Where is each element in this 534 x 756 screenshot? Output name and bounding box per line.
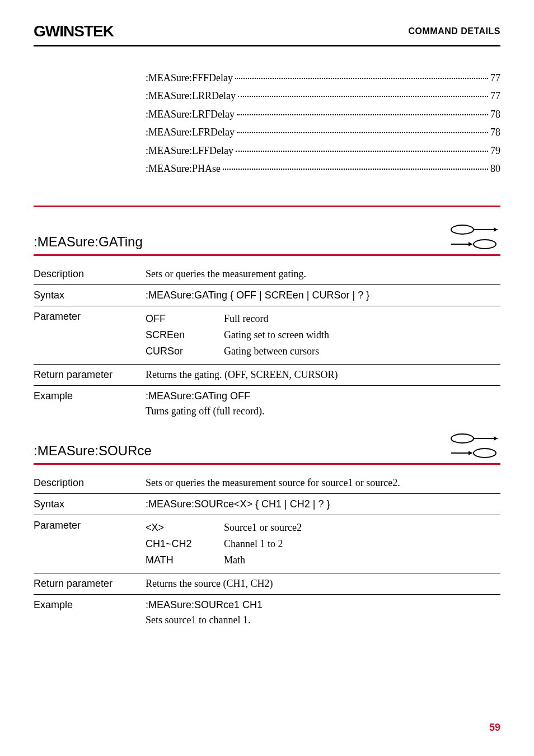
return-parameter-label: Return parameter [34, 369, 146, 381]
header-section-label: COMMAND DETAILS [408, 26, 500, 36]
parameter-value: Math [224, 554, 500, 566]
toc-label: :MEASure:LFFDelay [146, 142, 233, 160]
toc-page: 79 [490, 142, 500, 160]
parameter-key: MATH [146, 554, 224, 566]
description-row: Description Sets or queries the measurem… [34, 473, 500, 494]
syntax-row: Syntax :MEASure:GATing { OFF | SCREen | … [34, 285, 500, 306]
toc-label: :MEASure:LRRDelay [146, 87, 236, 105]
return-parameter-value: Returns the source (CH1, CH2) [146, 578, 500, 590]
toc-dots [238, 96, 488, 97]
parameter-key: SCREen [146, 329, 224, 341]
toc-page: 77 [490, 69, 500, 87]
parameter-value: Source1 or source2 [224, 522, 500, 534]
syntax-label: Syntax [34, 498, 146, 510]
command-type-icons [450, 433, 500, 459]
parameter-value: Full record [224, 313, 500, 325]
toc-page: 78 [490, 105, 500, 123]
set-command-icon [450, 433, 500, 444]
parameter-value: Gating between cursors [224, 346, 500, 357]
toc-dots [236, 151, 488, 152]
toc-item: :MEASure:FFFDelay 77 [146, 69, 500, 87]
parameter-value: Channel 1 to 2 [224, 538, 500, 550]
toc-dots [235, 78, 488, 79]
syntax-row: Syntax :MEASure:SOURce<X> { CH1 | CH2 | … [34, 494, 500, 515]
section-title: :MEASure:SOURce [34, 443, 152, 459]
example-description: Sets source1 to channel 1. [146, 614, 500, 626]
svg-marker-4 [469, 242, 472, 246]
example-row: Example :MEASure:GATing OFF Turns gating… [34, 386, 500, 422]
parameter-table: <X> Source1 or source2 CH1~CH2 Channel 1… [146, 520, 500, 568]
parameter-key: OFF [146, 313, 224, 325]
svg-marker-10 [469, 451, 472, 455]
toc-label: :MEASure:LFRDelay [146, 123, 235, 141]
parameter-item: MATH Math [146, 552, 500, 568]
toc-dots [237, 114, 488, 115]
svg-point-0 [451, 225, 474, 234]
parameter-key: CURSor [146, 346, 224, 357]
toc-dots [237, 132, 488, 133]
section-header: :MEASure:SOURce [34, 433, 500, 459]
toc-page: 77 [490, 87, 500, 105]
section-header: :MEASure:GATing [34, 224, 500, 250]
description-row: Description Sets or queries the measurem… [34, 264, 500, 285]
toc-label: :MEASure:FFFDelay [146, 69, 233, 87]
command-type-icons [450, 224, 500, 250]
toc-label: :MEASure:PHAse [146, 160, 221, 178]
section-title-rule [34, 254, 500, 256]
svg-marker-2 [494, 227, 498, 232]
query-command-icon [450, 239, 500, 250]
toc-item: :MEASure:PHAse 80 [146, 160, 500, 178]
return-parameter-row: Return parameter Returns the gating. (OF… [34, 365, 500, 386]
toc-item: :MEASure:LFRDelay 78 [146, 123, 500, 141]
toc-page: 80 [490, 160, 500, 178]
page-number: 59 [489, 722, 500, 734]
toc-item: :MEASure:LFFDelay 79 [146, 142, 500, 160]
svg-marker-8 [494, 436, 498, 441]
brand-logo: GWINSTEK [34, 22, 114, 40]
description-value: Sets or queries the measurement source f… [146, 477, 500, 489]
svg-point-11 [474, 449, 496, 458]
set-command-icon [450, 224, 500, 235]
syntax-label: Syntax [34, 290, 146, 301]
example-label: Example [34, 390, 146, 402]
parameter-label: Parameter [34, 311, 146, 323]
parameter-value: Gating set to screen width [224, 329, 500, 341]
parameter-row: Parameter OFF Full record SCREen Gating … [34, 306, 500, 365]
toc-item: :MEASure:LRFDelay 78 [146, 105, 500, 123]
svg-point-6 [451, 434, 474, 443]
section-title-rule [34, 463, 500, 465]
toc-page: 78 [490, 123, 500, 141]
example-description: Turns gating off (full record). [146, 405, 500, 417]
section-top-divider [34, 206, 500, 207]
parameter-item: SCREen Gating set to screen width [146, 327, 500, 343]
query-command-icon [450, 447, 500, 459]
syntax-value: :MEASure:SOURce<X> { CH1 | CH2 | ? } [146, 498, 500, 510]
example-block: :MEASure:SOURce1 CH1 Sets source1 to cha… [146, 599, 500, 626]
parameter-row: Parameter <X> Source1 or source2 CH1~CH2… [34, 515, 500, 573]
example-command: :MEASure:GATing OFF [146, 390, 500, 402]
syntax-value: :MEASure:GATing { OFF | SCREen | CURSor … [146, 290, 500, 301]
parameter-item: CH1~CH2 Channel 1 to 2 [146, 536, 500, 552]
section-title: :MEASure:GATing [34, 234, 143, 250]
toc-dots [223, 169, 488, 170]
parameter-label: Parameter [34, 520, 146, 531]
parameter-item: <X> Source1 or source2 [146, 520, 500, 536]
description-label: Description [34, 477, 146, 489]
example-row: Example :MEASure:SOURce1 CH1 Sets source… [34, 595, 500, 631]
header-divider [34, 45, 500, 46]
table-of-contents: :MEASure:FFFDelay 77 :MEASure:LRRDelay 7… [146, 69, 500, 178]
parameter-item: CURSor Gating between cursors [146, 343, 500, 360]
example-command: :MEASure:SOURce1 CH1 [146, 599, 500, 611]
parameter-table: OFF Full record SCREen Gating set to scr… [146, 311, 500, 360]
toc-item: :MEASure:LRRDelay 77 [146, 87, 500, 105]
return-parameter-value: Returns the gating. (OFF, SCREEN, CURSOR… [146, 369, 500, 381]
description-value: Sets or queries the measurement gating. [146, 268, 500, 280]
parameter-key: <X> [146, 522, 224, 534]
parameter-key: CH1~CH2 [146, 538, 224, 550]
description-label: Description [34, 268, 146, 280]
example-block: :MEASure:GATing OFF Turns gating off (fu… [146, 390, 500, 417]
return-parameter-label: Return parameter [34, 578, 146, 590]
toc-label: :MEASure:LRFDelay [146, 105, 235, 123]
page-header: GWINSTEK COMMAND DETAILS [34, 22, 500, 40]
return-parameter-row: Return parameter Returns the source (CH1… [34, 573, 500, 595]
